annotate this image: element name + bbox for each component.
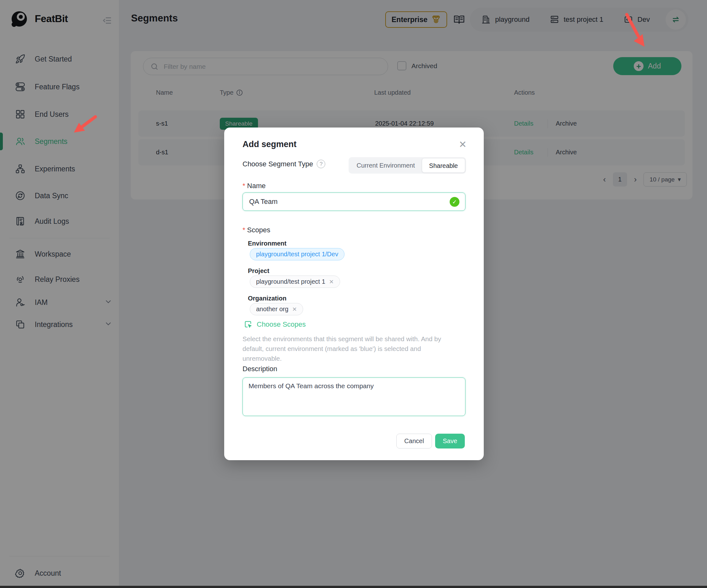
valid-check-icon: ✓ (450, 197, 460, 207)
add-segment-modal: Add segment ✕ Choose Segment Type ? Curr… (224, 128, 484, 460)
close-icon[interactable]: ✕ (459, 139, 467, 150)
scopes-label-text: Scopes (247, 226, 270, 234)
name-label-text: Name (247, 182, 266, 190)
segment-type-label: Choose Segment Type ? (242, 160, 325, 168)
project-scope-chip: playground/test project 1 ✕ (250, 276, 340, 288)
box-select-cursor-icon (244, 320, 252, 329)
segment-type-toggle: Current Environment Shareable (348, 157, 466, 174)
description-textarea[interactable]: Members of QA Team across the company (242, 378, 465, 416)
environment-chip-text: playground/test project 1/Dev (256, 251, 338, 258)
description-field-label: Description (242, 365, 277, 373)
type-option-current-environment[interactable]: Current Environment (349, 158, 422, 173)
choose-scopes-label: Choose Scopes (257, 320, 306, 328)
featbit-app: FeatBit Get Started Feature Flags End Us… (0, 0, 707, 588)
project-chip-text: playground/test project 1 (256, 278, 325, 285)
project-scope-label: Project (248, 267, 269, 275)
segment-type-label-text: Choose Segment Type (242, 160, 313, 168)
name-field: ✓ (242, 193, 465, 211)
organization-scope-label: Organization (248, 295, 287, 302)
type-option-shareable[interactable]: Shareable (422, 158, 465, 173)
choose-scopes-link[interactable]: Choose Scopes (244, 320, 306, 329)
scopes-field-label: *Scopes (242, 226, 270, 234)
cancel-button[interactable]: Cancel (396, 434, 432, 449)
environment-scope-label: Environment (248, 240, 287, 247)
help-icon[interactable]: ? (317, 160, 325, 168)
save-button[interactable]: Save (435, 434, 465, 449)
annotation-arrow-add (617, 12, 655, 53)
remove-chip-icon[interactable]: ✕ (292, 306, 297, 313)
modal-title: Add segment (242, 139, 297, 149)
name-field-label: *Name (242, 182, 266, 190)
required-marker: * (242, 182, 245, 190)
remove-chip-icon[interactable]: ✕ (329, 278, 334, 285)
organization-scope-chip: another org ✕ (250, 303, 303, 315)
name-input[interactable] (243, 198, 465, 206)
required-marker: * (242, 226, 245, 234)
organization-chip-text: another org (256, 306, 288, 313)
annotation-arrow-segments (66, 114, 101, 139)
scopes-helper-text: Select the environments that this segmen… (242, 334, 451, 363)
environment-scope-chip: playground/test project 1/Dev (250, 248, 344, 261)
